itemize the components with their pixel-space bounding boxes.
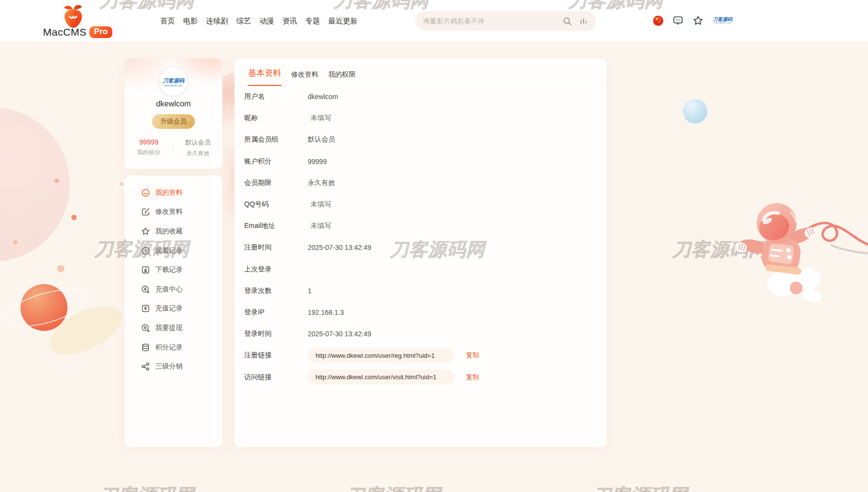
sidebar-item-my-profile[interactable]: 我的资料 [125,183,222,203]
nav-link-recent-updates[interactable]: 最近更新 [328,17,358,26]
nav-link-topics[interactable]: 专题 [305,17,320,26]
china-flag-icon[interactable]: ★ [653,16,663,26]
avatar[interactable]: 刀客源码 www.dkewl.com [160,68,188,96]
sidebar-item-distribution[interactable]: 三级分销 [125,357,222,376]
copy-visit-link-button[interactable]: 复制 [466,373,479,382]
dot-decoration [120,183,123,185]
member-group-value: 默认会员 [174,138,223,147]
member-group-label: 永久有效 [174,149,223,158]
nav-link-home[interactable]: 首页 [160,17,175,26]
astronaut-illustration [717,188,868,310]
sidebar-menu: 我的资料 修改资料 我的收藏 观看记录 下载记录 [125,176,222,447]
page: MacCMS Pro 首页 电影 连续剧 综艺 动漫 资讯 专题 最近更新 [0,0,868,492]
nav-link-news[interactable]: 资讯 [282,17,297,26]
upgrade-member-button[interactable]: 升级会员 [152,114,195,129]
brand-name: MacCMS [43,26,86,38]
sidebar-item-recharge-center[interactable]: 充值中心 [125,280,222,299]
profile-tabs: 基本资料 修改资料 我的权限 [234,59,607,86]
copy-register-link-button[interactable]: 复制 [466,351,479,360]
user-smile-icon [141,188,150,197]
dot-decoration [71,215,77,220]
sidebar-item-withdraw[interactable]: 我要提现 [125,318,222,338]
field-row-member-group: 所属会员组 默认会员 [244,129,607,150]
field-row-account-points: 账户积分 99999 [244,151,607,172]
brand-badge: Pro [89,26,112,38]
points-value: 99999 [125,138,173,146]
tab-my-permissions[interactable]: 我的权限 [328,70,356,85]
share-icon [141,362,150,371]
nav-link-series[interactable]: 连续剧 [206,17,228,26]
avatar-logo-subtext: www.dkewl.com [164,84,182,87]
sidebar-item-download-history[interactable]: 下载记录 [125,260,222,280]
field-row-login-ip: 登录IP 192.168.1.3 [244,302,607,323]
register-link-field[interactable]: http://www.dkewl.com/user/reg.html?uid=1 [308,348,454,363]
visit-link-field[interactable]: http://www.dkewl.com/user/visit.html?uid… [308,369,454,385]
sidebar-item-watch-history[interactable]: 观看记录 [125,241,222,261]
dkewl-site-logo[interactable]: 刀客源码 www.dkewl.com [713,17,732,24]
field-row-email: Email地址 未填写 [244,215,607,237]
nav-link-anime[interactable]: 动漫 [259,17,274,26]
username: dkewlcom [125,100,222,108]
site-logo[interactable]: MacCMS Pro [43,1,111,41]
clock-icon [141,246,150,255]
sidebar-item-recharge-history[interactable]: 充值记录 [125,299,222,319]
navbar-right-icons: ★ 刀客源码 www.dkewl.com [653,15,732,26]
profile-content-panel: 基本资料 修改资料 我的权限 用户名 dkewlcom 昵称 未填写 所属会员组… [234,59,607,447]
field-row-register-link: 注册链接 http://www.dkewl.com/user/reg.html?… [244,345,607,366]
trending-ranking-icon[interactable] [579,17,588,26]
points-label: 我的积分 [125,148,173,157]
profile-card: 刀客源码 www.dkewl.com dkewlcom 升级会员 99999 我… [125,59,222,169]
coin-add-icon [141,285,150,294]
strawberry-logo-icon [63,3,84,29]
field-row-username: 用户名 dkewlcom [244,86,607,107]
sidebar-item-points-history[interactable]: 积分记录 [125,338,222,357]
download-icon [141,266,150,274]
tab-edit-info[interactable]: 修改资料 [291,70,318,85]
edit-icon [141,207,150,216]
field-row-qq: QQ号码 未填写 [244,194,607,215]
nav-link-movies[interactable]: 电影 [183,17,198,26]
pale-circle-decoration [0,107,70,262]
search-icon[interactable] [563,17,572,26]
tab-basic-info[interactable]: 基本资料 [248,67,281,86]
main-navigation: 首页 电影 连续剧 综艺 动漫 资讯 专题 最近更新 [160,0,358,42]
sidebar-item-my-favorites[interactable]: 我的收藏 [125,222,222,241]
field-row-visit-link: 访问链接 http://www.dkewl.com/user/visit.htm… [244,366,607,388]
sidebar-item-edit-profile[interactable]: 修改资料 [125,203,222,222]
blue-sphere-decoration [683,99,707,123]
coin-square-icon [141,304,150,313]
dot-decoration [55,179,59,183]
database-icon [141,343,150,352]
field-row-nickname: 昵称 未填写 [244,107,607,129]
watermark-text: 刀客源码网 [99,483,194,492]
field-row-login-count: 登录次数 1 [244,280,607,302]
favorite-star-icon[interactable] [693,15,703,26]
search-box [415,11,596,31]
top-navbar: MacCMS Pro 首页 电影 连续剧 综艺 动漫 资讯 专题 最近更新 [0,0,868,42]
dot-decoration [57,265,64,272]
field-row-last-login: 上次登录 [244,259,607,280]
field-row-member-term: 会员期限 永久有效 [244,172,607,194]
message-icon[interactable] [673,15,683,26]
search-input[interactable] [423,17,563,25]
nav-link-variety[interactable]: 综艺 [236,17,251,26]
coin-withdraw-icon [141,324,150,332]
watermark-text: 刀客源码网 [346,483,441,492]
star-icon [141,227,150,236]
avatar-logo-text: 刀客源码 [163,77,184,84]
watermark-text: 刀客源码网 [593,483,688,492]
profile-stats: 99999 我的积分 默认会员 永久有效 [125,138,222,158]
field-row-login-time: 登录时间 2025-07-30 13:42:49 [244,323,607,345]
dot-decoration [13,240,18,245]
field-row-register-time: 注册时间 2025-07-30 13:42:49 [244,237,607,258]
profile-fields: 用户名 dkewlcom 昵称 未填写 所属会员组 默认会员 账户积分 9999… [234,86,607,388]
